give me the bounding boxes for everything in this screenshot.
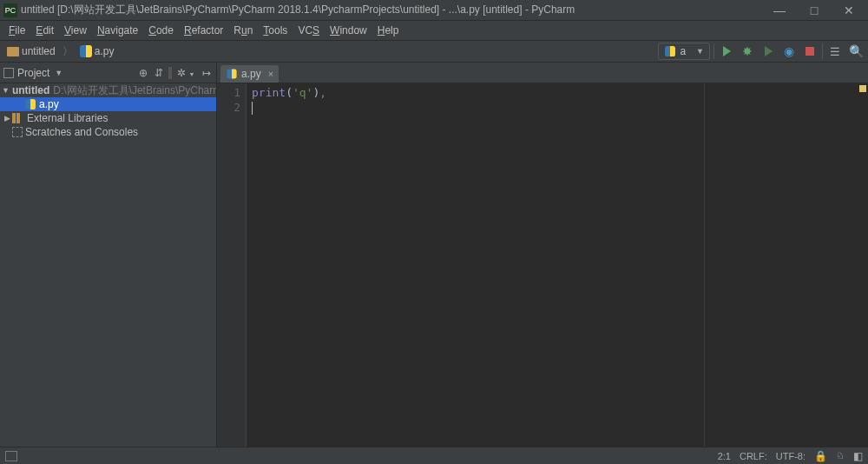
maximize-button[interactable]: □ <box>797 0 832 21</box>
breadcrumb-project-label: untitled <box>22 45 56 57</box>
separator <box>168 67 172 79</box>
python-file-icon <box>227 69 236 78</box>
chevron-right-icon: 〉 <box>61 44 75 59</box>
line-number-gutter[interactable]: 1 2 <box>217 83 247 447</box>
editor-tab-label: a.py <box>241 68 261 80</box>
play-icon <box>723 46 731 56</box>
menu-edit[interactable]: Edit <box>30 23 59 38</box>
chevron-down-icon: ▼ <box>55 69 62 77</box>
menu-vcs[interactable]: VCS <box>293 23 325 38</box>
stop-button[interactable] <box>801 43 819 60</box>
navigation-bar: untitled 〉 a.py a ▼ ✸ ◉ ☰ 🔍 <box>0 40 868 63</box>
tree-root-path: D:\网站开发工具\JetBrains\PyCharm\Pychar <box>49 83 216 98</box>
globe-icon: ◉ <box>784 44 794 58</box>
editor-panel: a.py × 1 2 print('q'), <box>217 63 868 447</box>
tree-file-label: a.py <box>36 98 59 110</box>
tree-root[interactable]: ▼ untitled D:\网站开发工具\JetBrains\PyCharm\P… <box>0 83 216 97</box>
search-icon: 🔍 <box>849 44 864 58</box>
menu-help[interactable]: Help <box>372 23 404 38</box>
tree-file-selected[interactable]: a.py <box>0 97 216 111</box>
editor-tab-a-py[interactable]: a.py × <box>220 65 279 83</box>
project-tool-window: Project ▼ ⊕ ⇵ ✲ ▾ ↦ ▼ untitled D:\网站开发工具… <box>0 63 217 447</box>
line-number[interactable]: 2 <box>217 100 240 115</box>
window-title: untitled [D:\网站开发工具\JetBrains\PyCharm\Py… <box>21 3 762 17</box>
list-icon: ☰ <box>830 45 840 58</box>
breadcrumb: untitled 〉 a.py <box>3 43 117 59</box>
warning-stripe-marker[interactable] <box>859 85 866 92</box>
collapse-arrow-icon[interactable]: ▼ <box>2 86 10 95</box>
debug-button[interactable]: ✸ <box>739 43 756 60</box>
text-cursor <box>252 102 253 115</box>
separator <box>822 43 823 59</box>
profile-button[interactable]: ◉ <box>780 43 798 60</box>
tree-ext-lib-label: External Libraries <box>24 112 108 124</box>
expand-arrow-icon[interactable]: ▶ <box>2 114 12 123</box>
stop-icon <box>806 47 814 56</box>
close-window-button[interactable]: ✕ <box>832 0 866 21</box>
python-icon <box>665 46 675 56</box>
project-view-selector[interactable]: Project ▼ <box>3 67 62 79</box>
close-tab-button[interactable]: × <box>265 69 273 79</box>
tool-settings-button[interactable]: ✲ ▾ <box>175 67 197 79</box>
main-menu: File Edit View Navigate Code Refactor Ru… <box>0 21 868 40</box>
search-everywhere-button[interactable]: 🔍 <box>847 43 865 60</box>
separator <box>713 43 714 59</box>
hide-tool-button[interactable]: ↦ <box>201 67 213 79</box>
scroll-from-source-button[interactable]: ⊕ <box>137 67 149 79</box>
run-button[interactable] <box>718 43 735 60</box>
chevron-down-icon: ▼ <box>689 47 704 56</box>
code-content[interactable]: print('q'), <box>247 83 868 447</box>
tool-windows-toggle[interactable] <box>5 451 17 461</box>
breadcrumb-project[interactable]: untitled <box>3 43 59 59</box>
inspection-indicator-icon[interactable]: ♘ <box>836 450 845 461</box>
editor-tabs: a.py × <box>217 63 868 83</box>
status-bar: 2:1 CRLF: UTF-8: 🔒 ♘ ◧ <box>0 447 868 464</box>
tree-external-libraries[interactable]: ▶ External Libraries <box>0 111 216 125</box>
status-caret-position[interactable]: 2:1 <box>718 451 731 461</box>
bug-icon: ✸ <box>742 44 753 58</box>
folder-icon <box>7 47 19 56</box>
run-config-selector[interactable]: a ▼ <box>658 43 710 60</box>
app-icon: PC <box>3 3 17 17</box>
menu-refactor[interactable]: Refactor <box>179 23 228 38</box>
code-line[interactable] <box>252 100 865 115</box>
minimize-button[interactable]: — <box>762 0 797 21</box>
code-line[interactable]: print('q'), <box>252 85 865 100</box>
readonly-toggle-icon[interactable]: 🔒 <box>814 450 827 462</box>
menu-tools[interactable]: Tools <box>258 23 293 38</box>
project-icon <box>3 68 14 78</box>
code-editor[interactable]: 1 2 print('q'), <box>217 83 868 447</box>
tree-scratch-label: Scratches and Consoles <box>23 126 138 138</box>
status-line-separator[interactable]: CRLF: <box>740 451 767 461</box>
python-file-icon <box>80 45 92 57</box>
menu-file[interactable]: File <box>3 23 30 38</box>
status-encoding[interactable]: UTF-8: <box>776 451 806 461</box>
breadcrumb-file[interactable]: a.py <box>76 43 118 59</box>
ide-feedback-icon[interactable]: ◧ <box>853 450 863 462</box>
project-view-label: Project <box>17 67 49 79</box>
menu-run[interactable]: Run <box>228 23 258 38</box>
right-margin-line <box>704 83 705 447</box>
menu-window[interactable]: Window <box>325 23 372 38</box>
python-file-icon <box>25 99 36 109</box>
project-structure-button[interactable]: ☰ <box>826 43 844 60</box>
library-icon <box>12 113 24 123</box>
tree-root-label: untitled <box>10 84 49 96</box>
menu-code[interactable]: Code <box>143 23 179 38</box>
window-titlebar: PC untitled [D:\网站开发工具\JetBrains\PyCharm… <box>0 0 868 21</box>
run-coverage-button[interactable] <box>760 43 777 60</box>
tree-scratches[interactable]: Scratches and Consoles <box>0 125 216 139</box>
play-shield-icon <box>765 46 773 56</box>
project-tree[interactable]: ▼ untitled D:\网站开发工具\JetBrains\PyCharm\P… <box>0 83 216 447</box>
menu-navigate[interactable]: Navigate <box>92 23 143 38</box>
collapse-all-button[interactable]: ⇵ <box>153 67 165 79</box>
line-number[interactable]: 1 <box>217 85 240 100</box>
run-config-label: a <box>680 45 686 57</box>
breadcrumb-file-label: a.py <box>95 45 115 57</box>
scratch-icon <box>12 127 23 137</box>
menu-view[interactable]: View <box>59 23 92 38</box>
